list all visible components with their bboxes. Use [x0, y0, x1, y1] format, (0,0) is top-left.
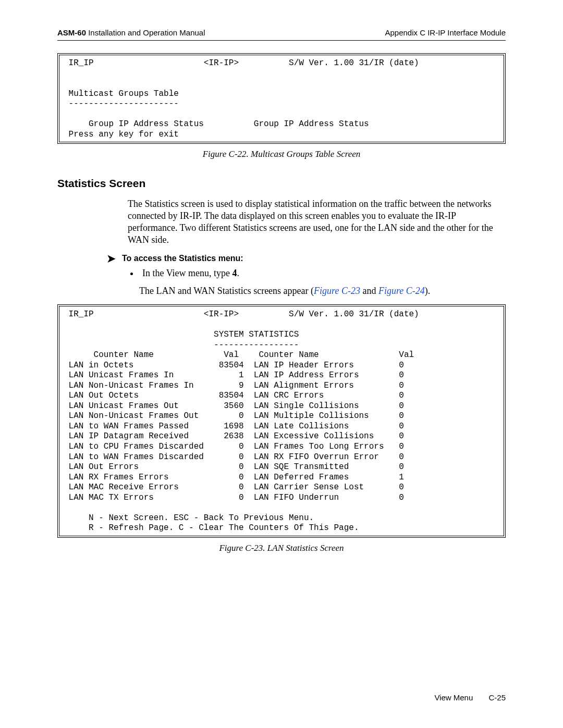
header-title-rest: Installation and Operation Manual [86, 28, 205, 37]
step-text-pre: In the View menu, type [142, 268, 232, 278]
procedure-steps: In the View menu, type 4. [128, 268, 506, 279]
arrow-icon: ➤ [107, 253, 116, 264]
result-pre: The LAN and WAN Statistics screens appea… [139, 286, 314, 296]
section-heading: Statistics Screen [57, 177, 506, 190]
step-key: 4 [232, 268, 237, 278]
figure-caption-c22: Figure C-22. Multicast Groups Table Scre… [57, 149, 506, 159]
body-block: The Statistics screen is used to display… [128, 198, 506, 246]
step-text-post: . [237, 268, 240, 278]
header-left: ASM-60 Installation and Operation Manual [57, 28, 205, 37]
statistics-terminal: IR_IP <IR-IP> S/W Ver. 1.00 31/IR (date)… [57, 304, 506, 537]
figure-caption-c23: Figure C-23. LAN Statistics Screen [57, 543, 506, 553]
procedure-heading: ➤ To access the Statistics menu: [107, 253, 506, 264]
result-paragraph: The LAN and WAN Statistics screens appea… [139, 285, 506, 297]
multicast-terminal: IR_IP <IR-IP> S/W Ver. 1.00 31/IR (date)… [57, 53, 506, 144]
paragraph-1: The Statistics screen is used to display… [128, 198, 506, 246]
figure-ref-c23[interactable]: Figure C-23 [314, 286, 360, 296]
page-header: ASM-60 Installation and Operation Manual… [57, 28, 506, 41]
page: ASM-60 Installation and Operation Manual… [0, 0, 563, 728]
procedure-heading-text: To access the Statistics menu: [122, 254, 243, 263]
figure-ref-c24[interactable]: Figure C-24 [378, 286, 425, 296]
header-right: Appendix C IR-IP Interface Module [385, 28, 506, 37]
footer-label: View Menu [434, 693, 473, 702]
result-post: ). [425, 286, 431, 296]
page-footer: View Menu C-25 [434, 693, 506, 702]
result-mid: and [360, 286, 378, 296]
header-product: ASM-60 [57, 28, 86, 37]
step-1: In the View menu, type 4. [139, 268, 506, 279]
footer-page-number: C-25 [488, 693, 506, 702]
